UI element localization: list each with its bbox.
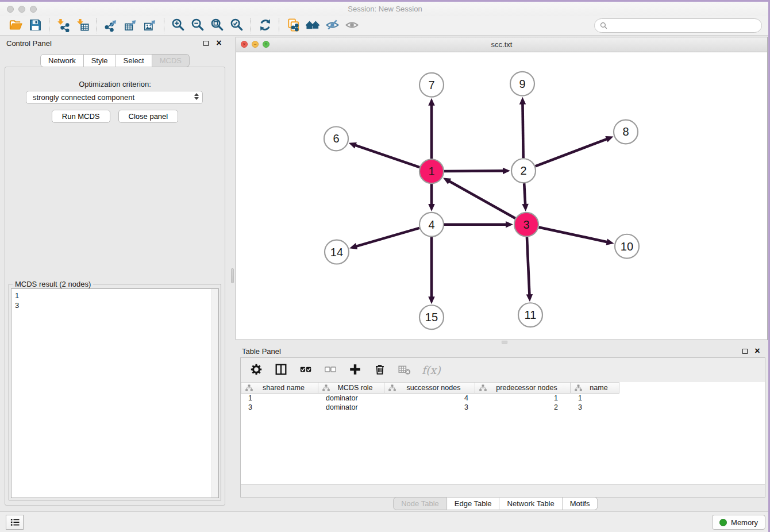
column-header-MCDS-role[interactable]: MCDS role	[318, 382, 384, 394]
table-cell[interactable]: dominator	[318, 403, 384, 411]
splitter-grip[interactable]	[231, 268, 234, 283]
table-panel-titlebar: Table Panel ×	[236, 344, 768, 358]
control-panel-title: Control Panel	[6, 39, 52, 48]
graph-edge-2-8[interactable]	[536, 139, 608, 167]
table-scroll-area[interactable]	[241, 484, 765, 497]
import-network-button[interactable]	[53, 17, 73, 34]
function-icon: f(x)	[422, 364, 441, 376]
unselect-all-columns-button[interactable]	[323, 363, 338, 377]
search-box[interactable]	[594, 18, 762, 33]
task-history-button[interactable]	[6, 515, 24, 530]
graph-edge-3-11[interactable]	[527, 237, 530, 296]
tab-style[interactable]: Style	[84, 54, 116, 67]
network-minimize-button[interactable]: −	[252, 41, 259, 48]
status-bar: Memory	[0, 511, 770, 532]
table-cell[interactable]: 1	[241, 394, 318, 402]
toggle-columns-button[interactable]	[274, 363, 288, 377]
column-header-shared-name[interactable]: shared name	[241, 382, 318, 394]
run-mcds-button[interactable]: Run MCDS	[52, 110, 110, 123]
network-zoom-button[interactable]: +	[263, 41, 270, 48]
column-header-successor-nodes[interactable]: successor nodes	[384, 382, 475, 394]
export-image-button[interactable]	[140, 17, 160, 34]
table-panel-float-button[interactable]	[741, 347, 749, 355]
graph-edge-2-9[interactable]	[522, 103, 523, 159]
network-window-title: scc.txt	[236, 40, 767, 49]
tab-network-table[interactable]: Network Table	[500, 497, 563, 510]
graph-edge-1-2[interactable]	[444, 171, 504, 171]
hide-graphics-details-button[interactable]	[322, 17, 342, 34]
table-cell[interactable]: 1	[475, 394, 571, 402]
mcds-result-text[interactable]: 13	[11, 288, 219, 498]
export-network-button[interactable]	[101, 17, 121, 34]
zoom-fit-button[interactable]	[207, 17, 227, 34]
graph-edge-2-3[interactable]	[524, 183, 525, 205]
add-column-button[interactable]	[348, 363, 363, 377]
apply-layout-button[interactable]	[255, 17, 275, 34]
tab-node-table[interactable]: Node Table	[393, 497, 447, 510]
table-cell[interactable]: 4	[384, 394, 475, 402]
tab-network[interactable]: Network	[40, 54, 84, 67]
export-image-icon	[143, 18, 157, 34]
sitemap-icon	[245, 384, 253, 392]
network-close-button[interactable]: ×	[241, 41, 248, 48]
table-row[interactable]: 3dominator323	[241, 403, 765, 412]
optimization-criterion-dropdown[interactable]: strongly connected component	[26, 91, 203, 104]
table-cell[interactable]: 3	[571, 403, 619, 411]
tab-mcds[interactable]: MCDS	[152, 54, 190, 67]
network-window-titlebar: × − + scc.txt	[236, 37, 767, 52]
table-cell[interactable]: 2	[475, 403, 571, 411]
network-canvas[interactable]: 7968124314101511	[236, 53, 767, 340]
open-session-button[interactable]	[6, 17, 25, 34]
desktop-edge-top	[0, 0, 770, 2]
network-home-button[interactable]	[303, 17, 322, 34]
control-panel-titlebar: Control Panel ×	[0, 36, 230, 51]
table-cell[interactable]: 1	[571, 394, 619, 402]
tab-select[interactable]: Select	[116, 54, 152, 67]
table-settings-button[interactable]	[249, 363, 264, 377]
tab-edge-table[interactable]: Edge Table	[447, 497, 500, 510]
tab-motifs[interactable]: Motifs	[563, 497, 598, 510]
table-panel-close-button[interactable]: ×	[753, 347, 761, 355]
table-cell[interactable]: 3	[384, 403, 475, 411]
graph-edge-1-6[interactable]	[355, 145, 419, 167]
control-panel-tabs: NetworkStyleSelectMCDS	[40, 54, 190, 67]
memory-label: Memory	[731, 518, 758, 527]
control-panel-float-button[interactable]	[202, 39, 210, 47]
import-table-button[interactable]	[73, 17, 93, 34]
table-cell[interactable]: dominator	[318, 394, 384, 402]
app-zoom-button[interactable]	[30, 6, 37, 13]
graph-edge-4-14[interactable]	[356, 228, 419, 246]
table-row[interactable]: 1dominator411	[241, 394, 765, 403]
graph-edge-3-10[interactable]	[538, 227, 607, 242]
table-panel-title: Table Panel	[242, 347, 281, 356]
show-graphics-details-button[interactable]	[342, 17, 361, 34]
select-all-columns-button[interactable]	[298, 363, 313, 377]
app-minimize-button[interactable]	[18, 6, 25, 13]
column-header-predecessor-nodes[interactable]: predecessor nodes	[475, 382, 571, 394]
column-header-name[interactable]: name	[571, 382, 619, 394]
clone-network-button[interactable]	[283, 17, 303, 34]
export-table-button[interactable]	[121, 17, 140, 34]
search-input[interactable]	[608, 21, 761, 30]
vertical-splitter[interactable]	[230, 36, 236, 511]
zoom-in-button[interactable]	[168, 17, 188, 34]
save-session-button[interactable]	[25, 17, 45, 34]
graph-edge-arrow	[519, 97, 526, 105]
graph-node-label: 14	[330, 246, 343, 259]
graph-edge-arrow	[606, 238, 614, 245]
close-panel-button[interactable]: Close panel	[118, 110, 179, 123]
zoom-selected-button[interactable]	[227, 17, 247, 34]
hide-graphics-details-icon	[325, 18, 340, 34]
memory-button[interactable]: Memory	[712, 515, 765, 530]
optimization-criterion-label: Optimization criterion:	[5, 80, 225, 88]
delete-column-button[interactable]	[372, 363, 387, 377]
app-close-button[interactable]	[7, 6, 14, 13]
result-scrollbar[interactable]	[211, 289, 218, 498]
zoom-out-button[interactable]	[188, 17, 207, 34]
control-panel-close-button[interactable]: ×	[215, 39, 223, 47]
table-panel: Table Panel × f(x) shared nameMCDS roles…	[236, 344, 768, 511]
network-graph[interactable]: 7968124314101511	[236, 53, 767, 340]
table-cell[interactable]: 3	[241, 403, 318, 411]
close-icon: ×	[216, 38, 221, 48]
graph-edge-3-1[interactable]	[449, 181, 515, 218]
